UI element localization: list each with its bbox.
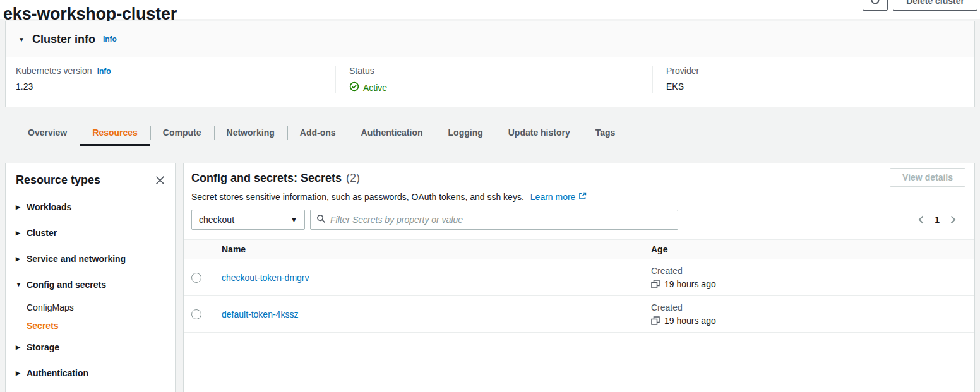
table-header-row: Name Age (184, 239, 974, 259)
kubernetes-version-value: 1.23 (16, 81, 335, 92)
sidebar-item-secrets[interactable]: Secrets (6, 316, 175, 335)
age-value: 19 hours ago (664, 316, 716, 326)
tab-update-history[interactable]: Update history (496, 120, 583, 145)
cluster-info-header[interactable]: ▼ Cluster info Info (6, 21, 974, 57)
secrets-panel: Config and secrets: Secrets (2) View det… (183, 163, 975, 392)
age-created-label: Created (651, 266, 974, 276)
status-active-icon (349, 81, 359, 93)
chevron-right-icon: ▶ (16, 370, 21, 376)
chevron-right-icon: ▶ (16, 256, 21, 262)
status-field: Status Active (335, 66, 652, 93)
secrets-count: (2) (346, 172, 360, 185)
filter-type-dropdown-value: checkout (199, 215, 234, 225)
cluster-info-info-link[interactable]: Info (103, 35, 117, 44)
secrets-description: Secret stores sensitive information, suc… (191, 192, 524, 202)
chevron-right-icon: ▶ (16, 230, 21, 236)
external-link-icon (578, 192, 587, 202)
sidebar-item-cluster[interactable]: ▶ Cluster (6, 220, 175, 246)
refresh-icon (870, 0, 880, 7)
age-created-label: Created (651, 302, 974, 312)
learn-more-link[interactable]: Learn more (530, 192, 587, 202)
search-input[interactable] (330, 215, 672, 225)
copy-icon[interactable] (651, 280, 660, 288)
column-header-name[interactable]: Name (210, 244, 651, 254)
previous-page-icon[interactable] (917, 215, 924, 224)
column-header-age[interactable]: Age (651, 244, 974, 254)
tab-tags[interactable]: Tags (583, 120, 628, 145)
kubernetes-version-label: Kubernetes version (16, 66, 92, 76)
sidebar-item-authorization[interactable]: ▶ Authorization (6, 386, 175, 392)
sidebar-item-service-and-networking[interactable]: ▶ Service and networking (6, 246, 175, 272)
chevron-right-icon: ▶ (16, 344, 21, 350)
provider-label: Provider (666, 66, 699, 76)
sidebar-item-authentication[interactable]: ▶ Authentication (6, 360, 175, 386)
sidebar-item-configmaps[interactable]: ConfigMaps (6, 298, 175, 316)
tab-overview[interactable]: Overview (15, 120, 80, 145)
tab-logging[interactable]: Logging (436, 120, 496, 145)
delete-cluster-button[interactable]: Delete cluster (893, 0, 977, 11)
secrets-table: Name Age checkout-token-dmgrv Created 19… (184, 239, 974, 333)
collapse-caret-icon[interactable]: ▼ (18, 36, 25, 43)
sidebar-item-config-and-secrets[interactable]: ▼ Config and secrets (6, 272, 175, 298)
secret-name-link[interactable]: default-token-4kssz (222, 309, 298, 319)
header-actions: Delete cluster (863, 0, 977, 11)
close-icon[interactable] (155, 175, 165, 185)
tab-compute[interactable]: Compute (150, 120, 214, 145)
cluster-tabs: Overview Resources Compute Networking Ad… (5, 120, 628, 145)
tab-authentication[interactable]: Authentication (349, 120, 436, 145)
age-value: 19 hours ago (664, 279, 716, 289)
status-value: Active (363, 83, 387, 93)
chevron-down-icon: ▼ (290, 216, 297, 223)
table-row: default-token-4kssz Created 19 hours ago (184, 296, 974, 333)
kubernetes-version-info-link[interactable]: Info (97, 67, 111, 76)
kubernetes-version-field: Kubernetes version Info 1.23 (6, 66, 335, 93)
tab-add-ons[interactable]: Add-ons (287, 120, 349, 145)
resource-types-title: Resource types (16, 174, 100, 187)
status-label: Status (349, 66, 374, 76)
sidebar-item-workloads[interactable]: ▶ Workloads (6, 194, 175, 220)
cluster-info-card: ▼ Cluster info Info Kubernetes version I… (5, 21, 975, 107)
secret-name-link[interactable]: checkout-token-dmgrv (222, 273, 309, 283)
table-row: checkout-token-dmgrv Created 19 hours ag… (184, 259, 974, 296)
secrets-heading: Config and secrets: Secrets (191, 172, 342, 185)
refresh-button[interactable] (863, 0, 888, 11)
row-select-radio[interactable] (191, 309, 201, 319)
provider-value: EKS (666, 81, 974, 92)
view-details-button[interactable]: View details (890, 168, 965, 187)
next-page-icon[interactable] (950, 215, 957, 224)
search-box (310, 210, 678, 230)
row-select-radio[interactable] (191, 273, 201, 283)
tab-networking[interactable]: Networking (214, 120, 287, 145)
resource-types-list: ▶ Workloads ▶ Cluster ▶ Service and netw… (6, 194, 175, 392)
copy-icon[interactable] (651, 316, 660, 325)
cluster-info-body: Kubernetes version Info 1.23 Status Acti… (6, 57, 974, 93)
cluster-info-title: Cluster info (32, 33, 95, 46)
chevron-right-icon: ▶ (16, 204, 21, 210)
chevron-down-icon: ▼ (16, 282, 21, 288)
provider-field: Provider EKS (652, 66, 974, 93)
filter-type-dropdown[interactable]: checkout ▼ (191, 210, 305, 230)
page-number[interactable]: 1 (935, 215, 940, 225)
search-icon (316, 214, 326, 225)
pagination: 1 (917, 215, 957, 225)
resource-types-panel: Resource types ▶ Workloads ▶ Cluster ▶ S… (5, 163, 176, 392)
tab-resources[interactable]: Resources (80, 120, 150, 145)
sidebar-item-storage[interactable]: ▶ Storage (6, 335, 175, 360)
